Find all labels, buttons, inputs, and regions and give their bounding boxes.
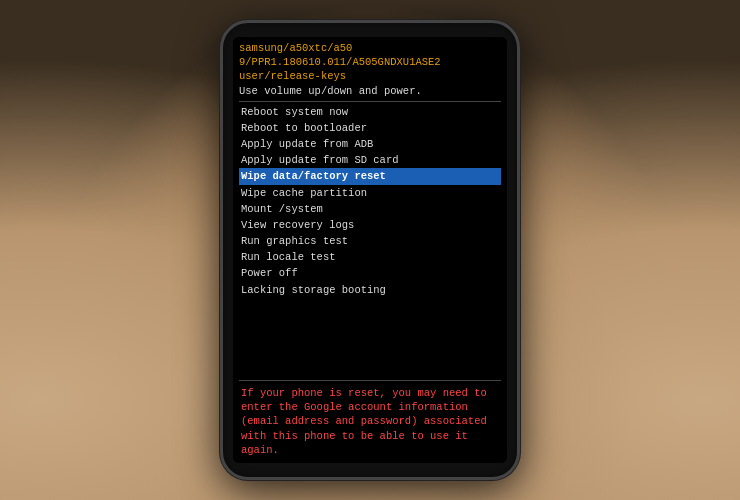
- power-button: [518, 143, 520, 193]
- menu-item-1[interactable]: Reboot to bootloader: [239, 120, 501, 136]
- menu-item-5[interactable]: Wipe cache partition: [239, 185, 501, 201]
- scene: samsung/a50xtc/a50 9/PPR1.180610.011/A50…: [0, 0, 740, 500]
- menu-item-4-selected[interactable]: Wipe data/factory reset: [239, 168, 501, 184]
- header-line-1: samsung/a50xtc/a50: [239, 42, 352, 54]
- warning-text: If your phone is reset, you may need to …: [241, 387, 487, 456]
- volume-down-button: [220, 163, 222, 193]
- menu-item-8[interactable]: Run graphics test: [239, 233, 501, 249]
- warning-section: If your phone is reset, you may need to …: [239, 384, 501, 459]
- menu-item-7[interactable]: View recovery logs: [239, 217, 501, 233]
- menu-item-2[interactable]: Apply update from ADB: [239, 136, 501, 152]
- menu-item-9[interactable]: Run locale test: [239, 249, 501, 265]
- header-section: samsung/a50xtc/a50 9/PPR1.180610.011/A50…: [239, 41, 501, 102]
- menu-item-10[interactable]: Power off: [239, 265, 501, 281]
- menu-item-0[interactable]: Reboot system now: [239, 104, 501, 120]
- phone-screen: samsung/a50xtc/a50 9/PPR1.180610.011/A50…: [233, 37, 507, 463]
- menu-item-11[interactable]: Lacking storage booting: [239, 282, 501, 298]
- header-line-3: user/release-keys: [239, 70, 346, 82]
- menu-divider: [239, 380, 501, 381]
- recovery-menu: Reboot system now Reboot to bootloader A…: [239, 104, 501, 377]
- volume-up-button: [220, 123, 222, 153]
- recovery-terminal: samsung/a50xtc/a50 9/PPR1.180610.011/A50…: [233, 37, 507, 463]
- menu-item-6[interactable]: Mount /system: [239, 201, 501, 217]
- header-line-4: Use volume up/down and power.: [239, 85, 422, 97]
- header-line-2: 9/PPR1.180610.011/A505GNDXU1ASE2: [239, 56, 441, 68]
- menu-item-3[interactable]: Apply update from SD card: [239, 152, 501, 168]
- phone: samsung/a50xtc/a50 9/PPR1.180610.011/A50…: [220, 20, 520, 480]
